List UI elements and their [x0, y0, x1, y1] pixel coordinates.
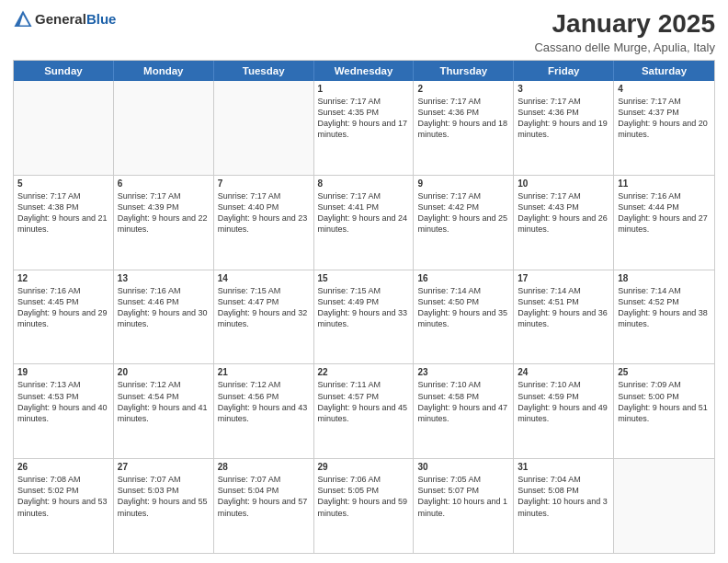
day-info: Sunrise: 7:16 AMSunset: 4:46 PMDaylight:…	[118, 285, 210, 330]
cal-cell: 15Sunrise: 7:15 AMSunset: 4:49 PMDayligh…	[314, 270, 415, 364]
day-number: 21	[218, 367, 310, 377]
cal-cell	[114, 81, 214, 175]
day-info: Sunrise: 7:14 AMSunset: 4:52 PMDaylight:…	[618, 285, 711, 330]
day-number: 7	[218, 178, 310, 189]
week-row-1: 1Sunrise: 7:17 AMSunset: 4:35 PMDaylight…	[14, 81, 714, 176]
cal-cell: 20Sunrise: 7:12 AMSunset: 4:54 PMDayligh…	[114, 364, 214, 458]
day-info: Sunrise: 7:10 AMSunset: 4:59 PMDaylight:…	[518, 379, 609, 424]
day-number: 25	[618, 367, 711, 377]
day-number: 1	[318, 84, 410, 94]
month-year: January 2025	[534, 9, 715, 39]
day-info: Sunrise: 7:12 AMSunset: 4:54 PMDaylight:…	[118, 379, 210, 424]
cal-cell: 13Sunrise: 7:16 AMSunset: 4:46 PMDayligh…	[114, 270, 214, 364]
week-row-5: 26Sunrise: 7:08 AMSunset: 5:02 PMDayligh…	[14, 459, 714, 553]
header-day-sunday: Sunday	[14, 61, 114, 81]
cal-cell: 11Sunrise: 7:16 AMSunset: 4:44 PMDayligh…	[614, 176, 714, 270]
day-number: 9	[417, 178, 509, 189]
cal-cell: 8Sunrise: 7:17 AMSunset: 4:41 PMDaylight…	[314, 176, 415, 270]
location: Cassano delle Murge, Apulia, Italy	[534, 40, 715, 54]
day-number: 19	[17, 367, 109, 377]
day-info: Sunrise: 7:08 AMSunset: 5:02 PMDaylight:…	[17, 474, 109, 519]
day-info: Sunrise: 7:07 AMSunset: 5:03 PMDaylight:…	[118, 474, 210, 519]
day-number: 16	[417, 273, 509, 283]
page: GeneralBlue January 2025 Cassano delle M…	[0, 0, 728, 563]
cal-cell: 4Sunrise: 7:17 AMSunset: 4:37 PMDaylight…	[614, 81, 714, 175]
day-info: Sunrise: 7:16 AMSunset: 4:45 PMDaylight:…	[17, 285, 109, 330]
cal-cell: 25Sunrise: 7:09 AMSunset: 5:00 PMDayligh…	[614, 364, 714, 458]
day-number: 4	[618, 84, 711, 94]
week-row-3: 12Sunrise: 7:16 AMSunset: 4:45 PMDayligh…	[14, 270, 714, 365]
cal-cell: 10Sunrise: 7:17 AMSunset: 4:43 PMDayligh…	[514, 176, 614, 270]
day-info: Sunrise: 7:17 AMSunset: 4:36 PMDaylight:…	[417, 96, 509, 141]
cal-cell: 3Sunrise: 7:17 AMSunset: 4:36 PMDaylight…	[514, 81, 614, 175]
day-info: Sunrise: 7:14 AMSunset: 4:51 PMDaylight:…	[518, 285, 609, 330]
day-info: Sunrise: 7:15 AMSunset: 4:49 PMDaylight:…	[318, 285, 410, 330]
day-info: Sunrise: 7:04 AMSunset: 5:08 PMDaylight:…	[518, 474, 609, 519]
cal-cell: 29Sunrise: 7:06 AMSunset: 5:05 PMDayligh…	[314, 459, 415, 553]
header-day-saturday: Saturday	[614, 61, 714, 81]
day-number: 5	[17, 178, 109, 189]
day-number: 18	[618, 273, 711, 283]
logo-general: General	[35, 11, 86, 27]
header: GeneralBlue January 2025 Cassano delle M…	[13, 9, 715, 54]
day-number: 14	[218, 273, 310, 283]
cal-cell: 30Sunrise: 7:05 AMSunset: 5:07 PMDayligh…	[414, 459, 514, 553]
day-info: Sunrise: 7:17 AMSunset: 4:40 PMDaylight:…	[218, 190, 310, 236]
cal-cell: 28Sunrise: 7:07 AMSunset: 5:04 PMDayligh…	[214, 459, 314, 553]
day-info: Sunrise: 7:17 AMSunset: 4:39 PMDaylight:…	[118, 190, 210, 236]
day-number: 8	[318, 178, 410, 189]
cal-cell: 19Sunrise: 7:13 AMSunset: 4:53 PMDayligh…	[14, 364, 114, 458]
week-row-4: 19Sunrise: 7:13 AMSunset: 4:53 PMDayligh…	[14, 364, 714, 459]
day-info: Sunrise: 7:15 AMSunset: 4:47 PMDaylight:…	[218, 285, 310, 330]
cal-cell: 16Sunrise: 7:14 AMSunset: 4:50 PMDayligh…	[414, 270, 514, 364]
day-number: 13	[118, 273, 210, 283]
day-number: 20	[118, 367, 210, 377]
day-info: Sunrise: 7:14 AMSunset: 4:50 PMDaylight:…	[417, 285, 509, 330]
day-number: 15	[318, 273, 410, 283]
cal-cell: 21Sunrise: 7:12 AMSunset: 4:56 PMDayligh…	[214, 364, 314, 458]
cal-cell: 17Sunrise: 7:14 AMSunset: 4:51 PMDayligh…	[514, 270, 614, 364]
cal-cell: 1Sunrise: 7:17 AMSunset: 4:35 PMDaylight…	[314, 81, 415, 175]
cal-cell	[214, 81, 314, 175]
day-info: Sunrise: 7:07 AMSunset: 5:04 PMDaylight:…	[218, 474, 310, 519]
header-day-monday: Monday	[114, 61, 214, 81]
day-info: Sunrise: 7:17 AMSunset: 4:37 PMDaylight:…	[618, 96, 711, 141]
cal-cell: 14Sunrise: 7:15 AMSunset: 4:47 PMDayligh…	[214, 270, 314, 364]
day-info: Sunrise: 7:05 AMSunset: 5:07 PMDaylight:…	[417, 474, 509, 519]
day-number: 29	[318, 462, 410, 472]
day-info: Sunrise: 7:09 AMSunset: 5:00 PMDaylight:…	[618, 379, 711, 424]
cal-cell: 6Sunrise: 7:17 AMSunset: 4:39 PMDaylight…	[114, 176, 214, 270]
logo-blue: Blue	[86, 11, 117, 27]
day-info: Sunrise: 7:16 AMSunset: 4:44 PMDaylight:…	[618, 190, 711, 236]
day-info: Sunrise: 7:17 AMSunset: 4:35 PMDaylight:…	[318, 96, 410, 141]
cal-cell: 12Sunrise: 7:16 AMSunset: 4:45 PMDayligh…	[14, 270, 114, 364]
day-number: 3	[518, 84, 609, 94]
day-number: 31	[518, 462, 609, 472]
day-number: 6	[118, 178, 210, 189]
cal-cell: 2Sunrise: 7:17 AMSunset: 4:36 PMDaylight…	[414, 81, 514, 175]
header-day-friday: Friday	[514, 61, 614, 81]
header-day-tuesday: Tuesday	[214, 61, 314, 81]
day-number: 24	[518, 367, 609, 377]
cal-cell: 31Sunrise: 7:04 AMSunset: 5:08 PMDayligh…	[514, 459, 614, 553]
cal-cell: 27Sunrise: 7:07 AMSunset: 5:03 PMDayligh…	[114, 459, 214, 553]
cal-cell: 18Sunrise: 7:14 AMSunset: 4:52 PMDayligh…	[614, 270, 714, 364]
title-area: January 2025 Cassano delle Murge, Apulia…	[534, 9, 715, 54]
day-info: Sunrise: 7:10 AMSunset: 4:58 PMDaylight:…	[417, 379, 509, 424]
day-number: 12	[17, 273, 109, 283]
cal-cell: 23Sunrise: 7:10 AMSunset: 4:58 PMDayligh…	[414, 364, 514, 458]
day-info: Sunrise: 7:11 AMSunset: 4:57 PMDaylight:…	[318, 379, 410, 424]
cal-cell	[14, 81, 114, 175]
cal-cell	[614, 459, 714, 553]
day-number: 22	[318, 367, 410, 377]
calendar-header: SundayMondayTuesdayWednesdayThursdayFrid…	[14, 61, 714, 81]
cal-cell: 7Sunrise: 7:17 AMSunset: 4:40 PMDaylight…	[214, 176, 314, 270]
day-number: 26	[17, 462, 109, 472]
day-info: Sunrise: 7:17 AMSunset: 4:43 PMDaylight:…	[518, 190, 609, 236]
day-info: Sunrise: 7:06 AMSunset: 5:05 PMDaylight:…	[318, 474, 410, 519]
day-number: 17	[518, 273, 609, 283]
day-number: 2	[417, 84, 509, 94]
week-row-2: 5Sunrise: 7:17 AMSunset: 4:38 PMDaylight…	[14, 176, 714, 270]
cal-cell: 26Sunrise: 7:08 AMSunset: 5:02 PMDayligh…	[14, 459, 114, 553]
logo-icon	[13, 9, 33, 29]
